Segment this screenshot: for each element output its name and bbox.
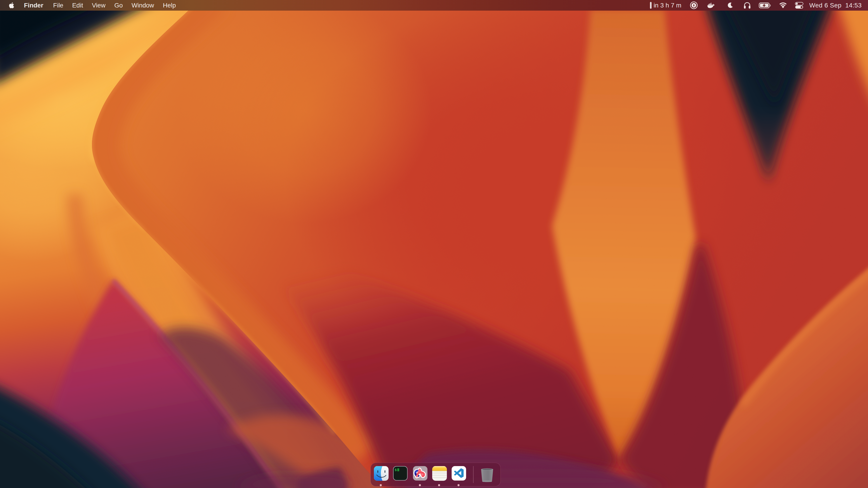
svg-text:$: $ [395,468,397,472]
